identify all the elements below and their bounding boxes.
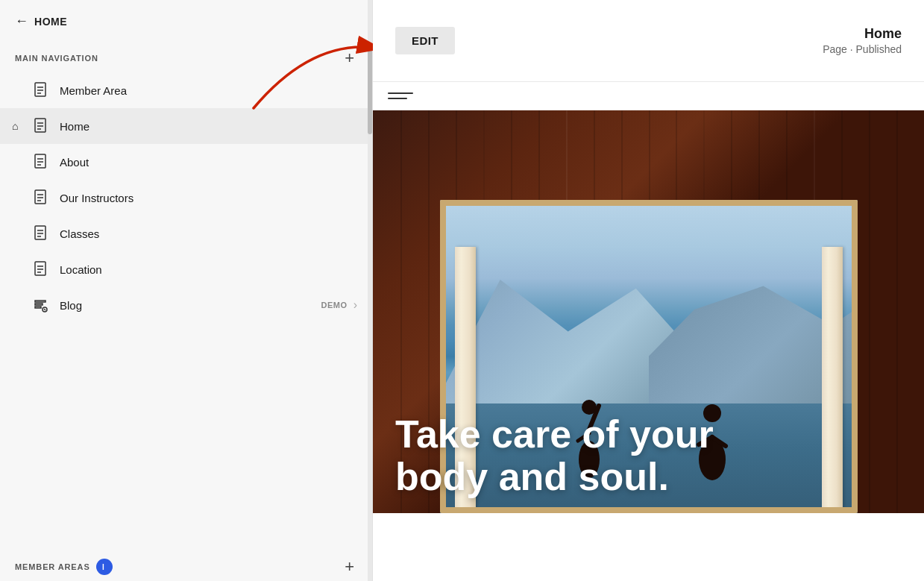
svg-line-25 [44, 309, 45, 310]
add-nav-item-button[interactable]: + [342, 50, 357, 66]
nav-item-label-blog: Blog [60, 299, 315, 312]
chevron-right-icon: › [353, 298, 357, 312]
member-areas-text: MEMBER AREAS [15, 562, 90, 571]
nav-item-member-area[interactable]: Member Area [0, 72, 372, 108]
hamburger-line-1 [388, 92, 413, 94]
svg-rect-4 [35, 119, 45, 132]
nav-item-classes[interactable]: Classes [0, 216, 372, 251]
nav-item-label-about: About [60, 156, 357, 169]
page-icon-our-instructors [33, 189, 48, 207]
page-icon-classes [33, 224, 48, 242]
nav-item-our-instructors[interactable]: Our Instructors [0, 180, 372, 216]
hamburger-line-2 [388, 98, 407, 99]
hero-area: Take care of your body and soul. [373, 110, 924, 513]
svg-text:i: i [102, 563, 105, 571]
page-icon-location [33, 260, 48, 278]
nav-item-label-our-instructors: Our Instructors [60, 192, 357, 204]
demo-badge: DEMO [321, 301, 347, 310]
hero-text: Take care of your body and soul. [395, 413, 902, 498]
hamburger-icon[interactable] [388, 92, 413, 99]
sidebar-back-label[interactable]: HOME [34, 16, 67, 28]
page-title: Home [823, 26, 902, 42]
preview-area: Take care of your body and soul. [373, 82, 924, 581]
nav-list: Member Area ⌂ Home [0, 72, 372, 323]
svg-rect-16 [35, 226, 45, 239]
main-content: EDIT Home Page · Published [373, 0, 924, 581]
back-arrow-icon[interactable]: ← [15, 13, 28, 29]
nav-item-label-member-area: Member Area [60, 84, 357, 97]
nav-item-label-location: Location [60, 263, 357, 276]
top-bar: EDIT Home Page · Published [373, 0, 924, 82]
svg-rect-0 [35, 83, 45, 96]
edit-button[interactable]: EDIT [395, 27, 455, 54]
svg-rect-12 [35, 190, 45, 204]
member-areas-section: MEMBER AREAS i + [0, 547, 372, 581]
svg-rect-20 [35, 262, 45, 275]
nav-item-about[interactable]: About [0, 144, 372, 180]
main-nav-section-header: MAIN NAVIGATION + [0, 40, 372, 72]
page-icon-blog [33, 296, 48, 314]
main-nav-label: MAIN NAVIGATION [15, 54, 98, 63]
page-info: Home Page · Published [823, 26, 902, 55]
nav-item-home[interactable]: ⌂ Home [0, 108, 372, 144]
sidebar-scrollbar-thumb [368, 45, 372, 134]
sidebar: ← HOME MAIN NAVIGATION + Member Area ⌂ [0, 0, 373, 581]
hero-text-line1: Take care of your [395, 413, 902, 456]
sidebar-scrollbar[interactable] [368, 0, 372, 581]
add-member-area-button[interactable]: + [342, 559, 357, 575]
member-areas-label: MEMBER AREAS i [15, 559, 113, 575]
page-icon-about [33, 153, 48, 171]
nav-item-location[interactable]: Location [0, 251, 372, 287]
nav-item-blog[interactable]: Blog DEMO › [0, 287, 372, 323]
menu-bar [373, 82, 924, 110]
page-icon-member-area [33, 81, 48, 99]
home-indicator-icon: ⌂ [12, 120, 18, 132]
hero-text-line2: body and soul. [395, 456, 902, 498]
page-status: Page · Published [823, 43, 902, 55]
sidebar-header: ← HOME [0, 0, 372, 40]
member-areas-info-icon[interactable]: i [96, 559, 113, 575]
svg-rect-8 [35, 154, 45, 168]
nav-item-label-classes: Classes [60, 227, 357, 240]
nav-item-label-home: Home [60, 120, 357, 133]
page-icon-home [33, 117, 48, 135]
